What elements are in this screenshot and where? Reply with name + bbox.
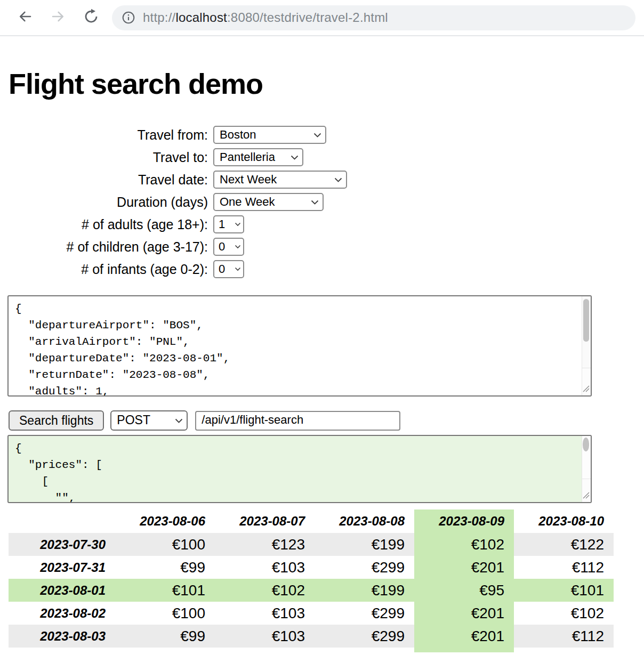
textarea-corner (582, 479, 591, 502)
column-header: 2023-08-06 (115, 510, 215, 533)
flight-search-form: Travel from: Boston Travel to: Panteller… (9, 126, 644, 278)
price-cell (215, 648, 315, 652)
price-cell[interactable]: €99 (115, 556, 215, 579)
travel-date-select[interactable]: Next Week (213, 171, 347, 189)
price-cell-highlighted[interactable]: €201 (414, 602, 514, 625)
table-row-selected: 2023-08-01 €101 €102 €199 €95 €101 (9, 579, 614, 602)
duration-select-control[interactable]: One Week (213, 193, 324, 211)
column-header: 2023-08-08 (315, 510, 414, 533)
travel-date-select-control[interactable]: Next Week (213, 171, 347, 189)
row-header: 2023-07-30 (9, 533, 115, 556)
adults-select[interactable]: 1 (213, 215, 244, 233)
price-cell-highlighted[interactable]: €95 (414, 579, 514, 602)
row-header: 2023-08-03 (9, 625, 115, 648)
price-cell[interactable]: €100 (115, 533, 215, 556)
children-select-control[interactable]: 0 (213, 238, 244, 256)
price-cell[interactable]: €299 (315, 556, 414, 579)
search-flights-button[interactable]: Search flights (9, 410, 104, 431)
travel-from-select[interactable]: Boston (213, 126, 326, 144)
price-cell[interactable]: €99 (115, 625, 215, 648)
form-row-travel-date: Travel date: Next Week (9, 171, 644, 189)
url-host: localhost (175, 10, 227, 25)
travel-to-select-control[interactable]: Pantelleria (213, 148, 303, 166)
resize-handle-icon[interactable] (582, 385, 590, 394)
table-header-row: 2023-08-06 2023-08-07 2023-08-08 2023-08… (9, 510, 614, 533)
price-cell[interactable]: €199 (315, 579, 414, 602)
price-cell (115, 648, 215, 652)
price-cell[interactable]: €112 (514, 625, 614, 648)
price-cell[interactable]: €122 (514, 533, 614, 556)
price-cell[interactable]: €112 (514, 556, 614, 579)
scrollbar-thumb[interactable] (583, 299, 589, 342)
price-cell[interactable]: €123 (215, 533, 315, 556)
price-cell[interactable]: €102 (514, 602, 614, 625)
price-cell[interactable]: €299 (315, 602, 414, 625)
scrollbar-track[interactable] (582, 436, 591, 479)
infants-select[interactable]: 0 (213, 260, 244, 278)
price-cell[interactable]: €103 (215, 602, 315, 625)
table-row: 2023-07-30 €100 €123 €199 €102 €122 (9, 533, 614, 556)
form-row-travel-from: Travel from: Boston (9, 126, 644, 144)
travel-date-label: Travel date: (9, 172, 213, 188)
adults-select-control[interactable]: 1 (213, 215, 244, 233)
request-json-content: { "departureAirport": "BOS", "arrivalAir… (9, 296, 591, 395)
price-cell-highlighted (414, 648, 514, 652)
url-text: http://localhost:8080/testdrive/travel-2… (143, 10, 388, 25)
column-header: 2023-08-10 (514, 510, 614, 533)
back-arrow-icon (17, 9, 33, 27)
form-row-infants: # of infants (age 0-2): 0 (9, 260, 644, 278)
request-json-textarea[interactable]: { "departureAirport": "BOS", "arrivalAir… (7, 295, 592, 397)
form-row-travel-to: Travel to: Pantelleria (9, 148, 644, 166)
adults-label: # of adults (age 18+): (9, 217, 213, 232)
forward-button[interactable] (46, 5, 70, 30)
price-cell[interactable]: €199 (315, 533, 414, 556)
price-cell (514, 648, 614, 652)
children-select[interactable]: 0 (213, 238, 244, 256)
reload-button[interactable] (79, 5, 103, 30)
url-path: :8080/testdrive/travel-2.html (227, 10, 388, 25)
price-cell[interactable]: €299 (315, 625, 414, 648)
site-info-icon[interactable] (122, 11, 135, 25)
price-cell[interactable]: €101 (514, 579, 614, 602)
textarea-corner (582, 368, 591, 395)
page-content: Flight search demo Travel from: Boston T… (0, 67, 644, 652)
duration-select[interactable]: One Week (213, 193, 324, 211)
price-cell[interactable]: €103 (215, 556, 315, 579)
price-cell[interactable]: €100 (115, 602, 215, 625)
response-json-content: { "prices": [ [ "", (9, 436, 591, 502)
table-row: 2023-07-31 €99 €103 €299 €201 €112 (9, 556, 614, 579)
infants-select-control[interactable]: 0 (213, 260, 244, 278)
url-scheme: http:// (143, 10, 175, 25)
price-cell (9, 648, 115, 652)
form-row-duration: Duration (days) One Week (9, 193, 644, 211)
children-label: # of children (age 3-17): (9, 239, 213, 255)
price-cell-highlighted[interactable]: €201 (414, 556, 514, 579)
travel-from-select-control[interactable]: Boston (213, 126, 326, 144)
row-header: 2023-08-02 (9, 602, 115, 625)
price-cell[interactable]: €101 (115, 579, 215, 602)
browser-toolbar: http://localhost:8080/testdrive/travel-2… (0, 0, 644, 36)
table-row: 2023-08-02 €100 €103 €299 €201 €102 (9, 602, 614, 625)
price-cell-highlighted[interactable]: €201 (414, 625, 514, 648)
corner-cell (9, 510, 115, 533)
price-cell[interactable]: €103 (215, 625, 315, 648)
response-json-textarea[interactable]: { "prices": [ [ "", (7, 435, 592, 503)
row-header: 2023-07-31 (9, 556, 115, 579)
address-bar[interactable]: http://localhost:8080/testdrive/travel-2… (112, 5, 635, 30)
endpoint-input[interactable] (195, 411, 400, 431)
price-cell (315, 648, 414, 652)
column-header: 2023-08-07 (215, 510, 315, 533)
travel-to-label: Travel to: (9, 150, 213, 165)
resize-handle-icon[interactable] (582, 491, 590, 501)
travel-to-select[interactable]: Pantelleria (213, 148, 303, 166)
scrollbar-track[interactable] (582, 296, 591, 368)
http-method-select-control[interactable]: POST (110, 410, 188, 431)
back-button[interactable] (13, 5, 37, 30)
page-title: Flight search demo (9, 67, 644, 100)
scrollbar-thumb[interactable] (583, 438, 589, 451)
price-cell-highlighted[interactable]: €102 (414, 533, 514, 556)
http-method-select[interactable]: POST (110, 410, 188, 431)
price-cell[interactable]: €102 (215, 579, 315, 602)
duration-label: Duration (days) (9, 195, 213, 210)
form-row-adults: # of adults (age 18+): 1 (9, 215, 644, 233)
